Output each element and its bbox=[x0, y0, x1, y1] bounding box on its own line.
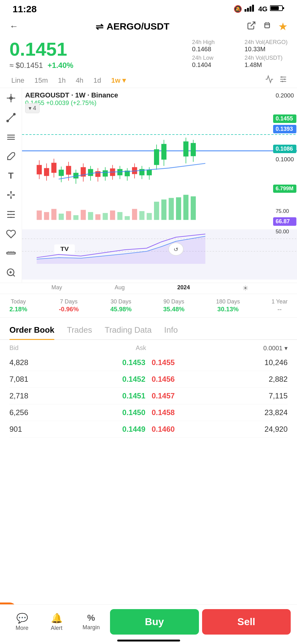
swap-icon: ⇌ bbox=[96, 21, 103, 32]
zoom-tool[interactable] bbox=[4, 266, 18, 280]
svg-rect-1 bbox=[247, 8, 249, 12]
tab-info[interactable]: Info bbox=[164, 321, 178, 339]
svg-rect-71 bbox=[191, 196, 196, 220]
svg-rect-63 bbox=[132, 209, 137, 220]
vol-line-2-label: 50.00 bbox=[273, 228, 296, 236]
time-label-2024: 2024 bbox=[177, 284, 190, 292]
buy-button[interactable]: Buy bbox=[110, 609, 199, 635]
svg-rect-68 bbox=[169, 198, 174, 220]
price-label-0200: 0.2000 bbox=[273, 91, 296, 100]
price-usd-value: ≈ $0.1451 bbox=[9, 61, 43, 69]
order-row: 2,718 0.1451 0.1457 7,115 bbox=[9, 388, 288, 404]
price-usd: ≈ $0.1451 +1.40% bbox=[9, 61, 73, 70]
precision-selector[interactable]: 0.0001 ▾ bbox=[263, 344, 288, 352]
line-tool[interactable] bbox=[4, 111, 18, 125]
margin-label: Margin bbox=[82, 624, 100, 631]
multiline-tool[interactable] bbox=[4, 130, 18, 144]
svg-rect-89 bbox=[95, 171, 100, 177]
price-label-1086: 0.1086 bbox=[273, 145, 296, 153]
chart-interval-4h[interactable]: 4h bbox=[74, 75, 85, 86]
perf-7days: 7 Days -0.96% bbox=[59, 298, 79, 313]
tab-trades[interactable]: Trades bbox=[67, 321, 92, 339]
svg-rect-51 bbox=[44, 212, 49, 220]
svg-rect-2 bbox=[250, 6, 251, 12]
stat-vol-aergo: 24h Vol(AERGO) 10.33M bbox=[245, 39, 288, 53]
price-change: +1.40% bbox=[47, 61, 73, 69]
status-bar: 11:28 🔕 4G bbox=[0, 0, 297, 17]
perf-1year: 1 Year -- bbox=[272, 298, 288, 313]
chart-interval-1d[interactable]: 1d bbox=[91, 75, 103, 86]
svg-point-25 bbox=[10, 191, 12, 193]
chart-left-tools: T bbox=[0, 88, 22, 283]
svg-rect-8 bbox=[265, 23, 269, 28]
svg-line-7 bbox=[250, 22, 255, 26]
svg-rect-75 bbox=[44, 168, 49, 176]
tabs-section: Order Book Trades Trading Data Info bbox=[0, 321, 297, 340]
chart-interval-15m[interactable]: 15m bbox=[33, 75, 50, 86]
tab-trading-data[interactable]: Trading Data bbox=[105, 321, 151, 339]
svg-rect-3 bbox=[252, 5, 254, 12]
brush-tool[interactable] bbox=[4, 149, 18, 163]
svg-rect-52 bbox=[51, 209, 56, 220]
chart-svg: TV ↺ bbox=[22, 88, 297, 283]
svg-rect-64 bbox=[139, 211, 144, 220]
ruler-tool[interactable] bbox=[4, 247, 18, 260]
svg-point-13 bbox=[284, 79, 285, 80]
chart-interval-1w[interactable]: 1w ▾ bbox=[109, 75, 128, 86]
svg-rect-58 bbox=[95, 214, 100, 220]
text-tool[interactable]: T bbox=[4, 169, 18, 183]
chart-type-line[interactable]: Line bbox=[9, 75, 26, 86]
svg-rect-79 bbox=[59, 170, 64, 176]
svg-rect-53 bbox=[59, 214, 64, 220]
sell-button[interactable]: Sell bbox=[202, 609, 291, 635]
alert-label: Alert bbox=[51, 625, 62, 631]
svg-rect-56 bbox=[81, 210, 86, 220]
nav-margin[interactable]: % Margin bbox=[75, 613, 107, 631]
svg-rect-55 bbox=[73, 215, 78, 220]
bell-icon: 🔕 bbox=[234, 5, 242, 13]
nav-more[interactable]: 💬 More bbox=[6, 613, 38, 631]
tab-order-book[interactable]: Order Book bbox=[9, 321, 54, 339]
price-label-1000: 0.1000 bbox=[273, 155, 296, 164]
svg-point-27 bbox=[10, 197, 12, 199]
svg-rect-105 bbox=[154, 149, 159, 165]
crosshair-tool[interactable] bbox=[4, 91, 18, 105]
ask-label: Ask bbox=[136, 344, 146, 352]
back-button[interactable]: ← bbox=[9, 21, 18, 31]
price-main: 0.1451 bbox=[9, 39, 73, 60]
brightness-icon[interactable]: ☀ bbox=[242, 284, 249, 292]
status-time: 11:28 bbox=[13, 4, 37, 14]
nav-alert[interactable]: 🔔 Alert bbox=[41, 613, 72, 631]
external-link-icon[interactable] bbox=[247, 21, 256, 32]
order-row: 4,828 0.1453 0.1455 10,246 bbox=[9, 354, 288, 371]
share-icon[interactable] bbox=[262, 21, 272, 32]
order-book-section: Bid Ask 0.0001 ▾ 4,828 0.1453 0.1455 10,… bbox=[0, 340, 297, 438]
filter-tool[interactable] bbox=[4, 208, 18, 221]
favorite-icon[interactable]: ★ bbox=[278, 20, 288, 33]
perf-today: Today 2.18% bbox=[9, 298, 27, 313]
chart-settings-icon[interactable] bbox=[279, 75, 288, 86]
node-tool[interactable] bbox=[4, 188, 18, 202]
chart-type-icon[interactable] bbox=[265, 75, 274, 86]
expand-button[interactable]: ▾ 4 bbox=[25, 103, 40, 113]
order-book-header: Bid Ask 0.0001 ▾ bbox=[9, 340, 288, 354]
svg-rect-6 bbox=[271, 6, 279, 10]
status-icons: 🔕 4G bbox=[234, 5, 284, 14]
favorite-heart-tool[interactable] bbox=[4, 227, 18, 241]
price-stats: 24h High 0.1468 24h Vol(AERGO) 10.33M 24… bbox=[192, 39, 288, 69]
chart-pair-name: AERGOUSDT · 1W · Binance bbox=[25, 91, 118, 99]
svg-rect-62 bbox=[125, 216, 130, 220]
svg-rect-70 bbox=[183, 195, 188, 220]
chart-interval-1h[interactable]: 1h bbox=[56, 75, 67, 86]
more-icon: 💬 bbox=[16, 613, 28, 624]
stat-low-label: 24h Low 0.1404 bbox=[192, 55, 235, 69]
svg-rect-73 bbox=[37, 165, 42, 175]
svg-point-24 bbox=[7, 194, 9, 196]
bid-label: Bid bbox=[9, 344, 19, 352]
stat-high-label: 24h High 0.1468 bbox=[192, 39, 235, 53]
bottom-nav: 💬 More 🔔 Alert % Margin Buy Sell bbox=[0, 604, 297, 644]
svg-rect-5 bbox=[283, 7, 284, 9]
svg-rect-61 bbox=[117, 212, 122, 220]
alert-icon: 🔔 bbox=[51, 613, 63, 624]
chart-main: AERGOUSDT · 1W · Binance 0.1455 +0.0039 … bbox=[22, 88, 297, 283]
